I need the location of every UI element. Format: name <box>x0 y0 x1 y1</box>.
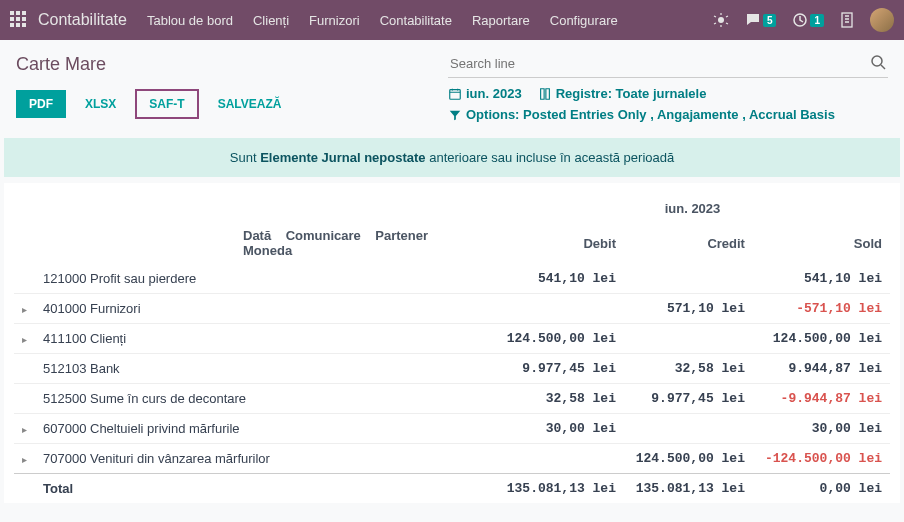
debit-cell: 124.500,00 lei <box>495 324 624 354</box>
nav-item-accounting[interactable]: Contabilitate <box>380 13 452 28</box>
total-row: Total135.081,13 lei135.081,13 lei0,00 le… <box>14 474 890 504</box>
messages-icon[interactable]: 5 <box>745 12 777 28</box>
svg-rect-2 <box>842 13 852 27</box>
balance-cell: -9.944,87 lei <box>753 384 890 414</box>
header-row: Carte Mare <box>0 40 904 86</box>
balance-cell: -571,10 lei <box>753 294 890 324</box>
col-date: Dată <box>243 228 271 243</box>
svg-rect-4 <box>450 89 461 99</box>
table-row: ▸401000 Furnizori571,10 lei-571,10 lei <box>14 294 890 324</box>
nav-item-customers[interactable]: Clienți <box>253 13 289 28</box>
credit-cell: 32,58 lei <box>624 354 753 384</box>
page-title: Carte Mare <box>16 54 106 75</box>
expand-caret-icon[interactable]: ▸ <box>22 304 27 315</box>
banner-strong: Elemente Jurnal nepostate <box>260 150 425 165</box>
avatar[interactable] <box>870 8 894 32</box>
total-debit: 135.081,13 lei <box>495 474 624 504</box>
expand-caret-icon[interactable]: ▸ <box>22 454 27 465</box>
debit-cell: 9.977,45 lei <box>495 354 624 384</box>
expand-caret-icon[interactable]: ▸ <box>22 424 27 435</box>
account-name[interactable]: 411100 Clienți <box>43 331 126 346</box>
credit-cell <box>624 414 753 444</box>
credit-cell <box>624 264 753 294</box>
nav-item-vendors[interactable]: Furnizori <box>309 13 360 28</box>
toolbar-buttons: PDF XLSX SAF-T SALVEAZĂ <box>16 86 294 122</box>
calendar-icon <box>448 87 462 101</box>
debit-cell <box>495 444 624 474</box>
filter-icon <box>448 108 462 122</box>
balance-cell: 541,10 lei <box>753 264 890 294</box>
nav-item-dashboard[interactable]: Tablou de bord <box>147 13 233 28</box>
expand-caret-icon[interactable]: ▸ <box>22 334 27 345</box>
balance-cell: 9.944,87 lei <box>753 354 890 384</box>
pdf-button[interactable]: PDF <box>16 90 66 118</box>
account-name[interactable]: 512500 Sume în curs de decontare <box>43 391 246 406</box>
table-row: ▸411100 Clienți124.500,00 lei124.500,00 … <box>14 324 890 354</box>
table-row: ▸707000 Venituri din vânzarea mărfurilor… <box>14 444 890 474</box>
report-table: iun. 2023 Dată Comunicare Partener Moned… <box>4 183 900 503</box>
filters: iun. 2023 Registre: Toate jurnalele Opti… <box>448 86 888 122</box>
credit-cell <box>624 324 753 354</box>
account-name[interactable]: 512103 Bank <box>43 361 120 376</box>
bug-icon[interactable] <box>713 12 729 28</box>
tray-icon[interactable] <box>840 12 854 28</box>
credit-cell: 571,10 lei <box>624 294 753 324</box>
account-name[interactable]: 401000 Furnizori <box>43 301 141 316</box>
saft-button[interactable]: SAF-T <box>135 89 198 119</box>
balance-cell: -124.500,00 lei <box>753 444 890 474</box>
debit-cell: 541,10 lei <box>495 264 624 294</box>
total-credit: 135.081,13 lei <box>624 474 753 504</box>
activity-badge: 1 <box>810 14 824 27</box>
search-icon[interactable] <box>870 54 886 73</box>
account-name[interactable]: 121000 Profit sau pierdere <box>43 271 196 286</box>
credit-cell: 124.500,00 lei <box>624 444 753 474</box>
debit-cell <box>495 294 624 324</box>
messages-badge: 5 <box>763 14 777 27</box>
table-row: 512103 Bank9.977,45 lei32,58 lei9.944,87… <box>14 354 890 384</box>
table-row: 512500 Sume în curs de decontare32,58 le… <box>14 384 890 414</box>
filter-journals-label: Registre: Toate jurnalele <box>556 86 707 101</box>
banner-prefix: Sunt <box>230 150 260 165</box>
debit-cell: 30,00 lei <box>495 414 624 444</box>
apps-icon[interactable] <box>10 11 28 29</box>
table-row: 121000 Profit sau pierdere541,10 lei541,… <box>14 264 890 294</box>
period-header: iun. 2023 <box>495 201 890 222</box>
svg-point-0 <box>718 17 724 23</box>
search-input[interactable] <box>450 56 870 71</box>
col-balance: Sold <box>753 222 890 264</box>
account-name[interactable]: 707000 Venituri din vânzarea mărfurilor <box>43 451 270 466</box>
debit-cell: 32,58 lei <box>495 384 624 414</box>
book-icon <box>538 87 552 101</box>
balance-cell: 124.500,00 lei <box>753 324 890 354</box>
banner-suffix: anterioare sau incluse în această perioa… <box>426 150 675 165</box>
svg-point-3 <box>872 56 882 66</box>
col-credit: Credit <box>624 222 753 264</box>
total-balance: 0,00 lei <box>753 474 890 504</box>
account-name[interactable]: 607000 Cheltuieli privind mărfurile <box>43 421 240 436</box>
col-partner: Partener <box>375 228 428 243</box>
xlsx-button[interactable]: XLSX <box>72 90 129 118</box>
top-navbar: Contabilitate Tablou de bord Clienți Fur… <box>0 0 904 40</box>
col-debit: Debit <box>495 222 624 264</box>
nav-item-reporting[interactable]: Raportare <box>472 13 530 28</box>
nav-menu: Tablou de bord Clienți Furnizori Contabi… <box>147 13 618 28</box>
credit-cell: 9.977,45 lei <box>624 384 753 414</box>
filter-options[interactable]: Options: Posted Entries Only , Angajamen… <box>448 107 835 122</box>
filter-journals[interactable]: Registre: Toate jurnalele <box>538 86 707 101</box>
nav-brand[interactable]: Contabilitate <box>38 11 127 29</box>
filter-date[interactable]: iun. 2023 <box>448 86 522 101</box>
col-currency: Moneda <box>243 243 292 258</box>
col-communication: Comunicare <box>286 228 361 243</box>
activity-icon[interactable]: 1 <box>792 12 824 28</box>
filter-date-label: iun. 2023 <box>466 86 522 101</box>
nav-right: 5 1 <box>713 8 894 32</box>
filter-options-label: Options: Posted Entries Only , Angajamen… <box>466 107 835 122</box>
balance-cell: 30,00 lei <box>753 414 890 444</box>
search-area <box>448 50 888 78</box>
nav-item-configuration[interactable]: Configurare <box>550 13 618 28</box>
unposted-banner[interactable]: Sunt Elemente Jurnal nepostate anterioar… <box>4 138 900 177</box>
total-label: Total <box>35 474 495 504</box>
save-button[interactable]: SALVEAZĂ <box>205 90 295 118</box>
table-row: ▸607000 Cheltuieli privind mărfurile30,0… <box>14 414 890 444</box>
toolbar-row: PDF XLSX SAF-T SALVEAZĂ iun. 2023 Regist… <box>0 86 904 132</box>
